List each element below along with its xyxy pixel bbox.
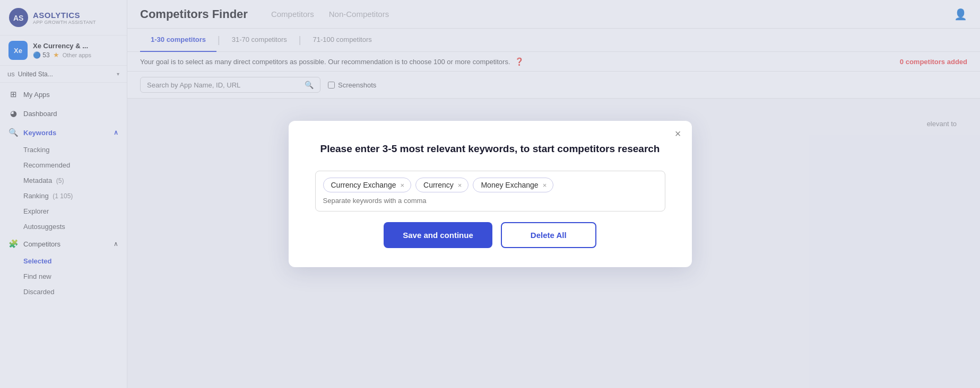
keyword-input[interactable] xyxy=(323,197,429,205)
modal-actions: Save and continue Delete All xyxy=(315,222,665,248)
keyword-label: Currency Exchange xyxy=(331,181,396,189)
keyword-label: Money Exchange xyxy=(481,181,538,189)
keyword-remove-0[interactable]: × xyxy=(400,182,404,189)
keyword-tag: Currency Exchange × xyxy=(323,178,412,192)
save-and-continue-button[interactable]: Save and continue xyxy=(384,222,492,248)
keyword-tag: Currency × xyxy=(415,178,469,192)
keywords-modal: × Please enter 3-5 most relevant keyword… xyxy=(289,121,692,268)
modal-overlay: × Please enter 3-5 most relevant keyword… xyxy=(0,0,980,388)
keyword-label: Currency xyxy=(423,181,454,189)
keyword-remove-1[interactable]: × xyxy=(458,182,462,189)
keyword-tag: Money Exchange × xyxy=(473,178,553,192)
keyword-remove-2[interactable]: × xyxy=(543,182,547,189)
modal-title: Please enter 3-5 most relevant keywords,… xyxy=(315,142,665,156)
modal-close-button[interactable]: × xyxy=(675,128,681,139)
keywords-area[interactable]: Currency Exchange × Currency × Money Exc… xyxy=(315,171,665,211)
delete-all-button[interactable]: Delete All xyxy=(501,222,596,248)
